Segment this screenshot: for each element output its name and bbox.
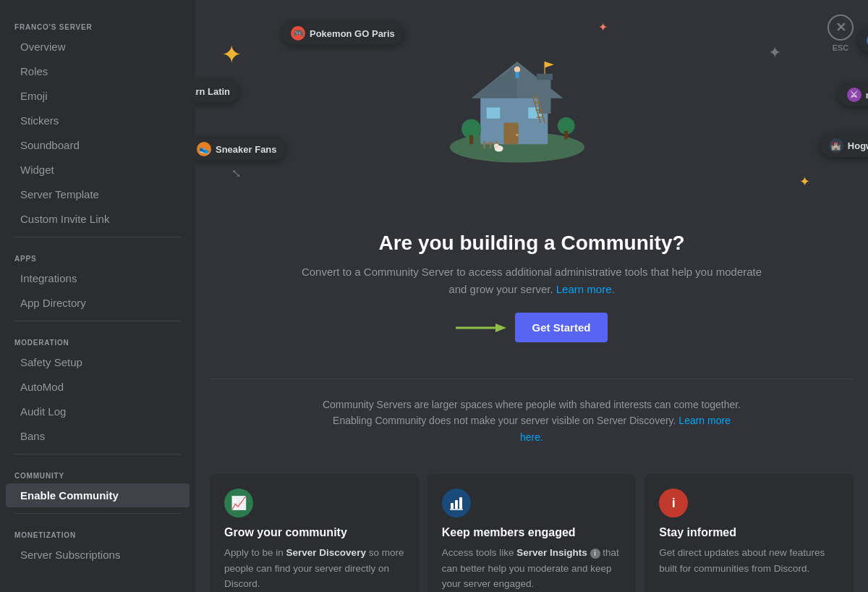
- sidebar-item-roles[interactable]: Roles: [6, 59, 190, 83]
- sidebar: FRANCO'S SERVER Overview Roles Emoji Sti…: [0, 0, 195, 592]
- section-monetization-label: MONETIZATION: [0, 520, 195, 542]
- content-section: Are you building a Community? Convert to…: [195, 217, 868, 379]
- svg-rect-32: [455, 500, 458, 509]
- svg-point-27: [514, 67, 520, 72]
- card-informed-icon: i: [659, 489, 688, 517]
- badge-sneaker-fans: 👟 Sneaker Fans: [195, 138, 286, 161]
- card-engage-icon: [442, 489, 471, 517]
- section-community-label: COMMUNITY: [0, 460, 195, 483]
- main-description: Convert to a Community Server to access …: [293, 263, 770, 298]
- badge-python: 🐍 Python: [858, 29, 868, 52]
- sidebar-item-integrations[interactable]: Integrations: [6, 266, 190, 290]
- sidebar-item-server-template[interactable]: Server Template: [6, 182, 190, 206]
- badge-hogwarts-icon: 🏰: [829, 138, 843, 153]
- section-apps-label: APPS: [0, 243, 195, 266]
- cards-section: 📈 Grow your community Apply to be in Ser…: [195, 462, 868, 592]
- sidebar-item-custom-invite-link[interactable]: Custom Invite Link: [6, 207, 190, 231]
- section-moderation-label: MODERATION: [0, 327, 195, 350]
- sidebar-item-server-subscriptions[interactable]: Server Subscriptions: [6, 543, 190, 567]
- server-name-label: FRANCO'S SERVER: [0, 12, 195, 34]
- badge-sneaker-icon: 👟: [197, 142, 211, 156]
- sidebar-item-soundboard[interactable]: Soundboard: [6, 133, 190, 157]
- star-yellow-icon: ✦: [221, 40, 242, 69]
- divider-community: [14, 454, 181, 454]
- esc-circle-icon: ✕: [827, 14, 854, 41]
- learn-more-link[interactable]: Learn more.: [556, 283, 615, 295]
- svg-rect-33: [459, 497, 462, 509]
- card-grow: 📈 Grow your community Apply to be in Ser…: [210, 474, 419, 592]
- server-insights-text: Server Insights: [516, 547, 587, 558]
- card-engage: Keep members engaged Access tools like S…: [427, 474, 637, 592]
- sidebar-item-overview[interactable]: Overview: [6, 35, 190, 59]
- svg-rect-4: [503, 123, 518, 145]
- svg-rect-18: [469, 135, 473, 145]
- sidebar-item-stickers[interactable]: Stickers: [6, 109, 190, 132]
- server-discovery-text: Server Discovery: [286, 547, 366, 558]
- svg-point-5: [516, 134, 518, 136]
- card-informed-desc: Get direct updates about new features bu…: [659, 545, 839, 576]
- info-text: Community Servers are larger spaces wher…: [322, 397, 741, 445]
- svg-marker-30: [495, 324, 506, 332]
- divider-monetization: [14, 513, 181, 514]
- sidebar-item-automod[interactable]: AutoMod: [6, 375, 190, 399]
- sidebar-item-emoji[interactable]: Emoji: [6, 84, 190, 108]
- main-title: Are you building a Community?: [239, 232, 825, 255]
- svg-rect-21: [483, 141, 485, 148]
- sidebar-item-audit-log[interactable]: Audit Log: [6, 399, 190, 423]
- card-engage-desc: Access tools like Server Insights i that…: [442, 545, 622, 592]
- esc-label: ESC: [833, 43, 849, 52]
- esc-button[interactable]: ✕ ESC: [827, 14, 854, 52]
- diamond-yellow-icon: ✦: [799, 174, 810, 190]
- get-started-button[interactable]: Get Started: [515, 313, 608, 342]
- svg-rect-22: [490, 141, 492, 148]
- divider-moderation: [14, 321, 181, 321]
- card-engage-title: Keep members engaged: [442, 526, 622, 539]
- info-badge-icon: i: [590, 549, 600, 559]
- badge-pokemon-icon: 🎮: [291, 26, 305, 41]
- badge-learn-latin: 🏛 Learn Latin: [195, 80, 239, 103]
- hero-section: ✦ ✦ ✦ ✦ ⤡ 🎮 Pokemon GO Paris 🏛 Learn Lat…: [195, 0, 868, 217]
- svg-rect-28: [515, 72, 519, 77]
- house-illustration: [438, 29, 626, 188]
- badge-pokemon-go: 🎮 Pokemon GO Paris: [282, 22, 404, 45]
- sidebar-item-widget[interactable]: Widget: [6, 158, 190, 182]
- svg-rect-9: [537, 74, 553, 80]
- badge-leagueoflegends: ⚔ r/leagueoflegends: [838, 83, 868, 106]
- card-informed: i Stay informed Get direct updates about…: [644, 474, 854, 592]
- sidebar-item-safety-setup[interactable]: Safety Setup: [6, 350, 190, 374]
- sidebar-item-enable-community[interactable]: Enable Community: [6, 483, 190, 507]
- info-section: Community Servers are larger spaces wher…: [195, 379, 868, 462]
- svg-rect-20: [564, 131, 568, 140]
- main-content: ✕ ESC ✦ ✦ ✦ ✦ ⤡ 🎮 Pokemon GO Paris 🏛 Lea…: [195, 0, 868, 592]
- sidebar-item-app-directory[interactable]: App Directory: [6, 291, 190, 315]
- card-informed-title: Stay informed: [659, 526, 839, 539]
- resize-icon: ⤡: [231, 166, 241, 180]
- svg-rect-31: [451, 503, 454, 509]
- card-grow-icon: 📈: [224, 489, 253, 517]
- divider-apps: [14, 237, 181, 237]
- badge-hogwarts-school: 🏰 Hogwarts School: [820, 134, 868, 157]
- card-grow-title: Grow your community: [224, 526, 404, 539]
- plus-sparkle-icon: ✦: [768, 43, 781, 62]
- badge-lol-icon: ⚔: [847, 88, 861, 102]
- arrow-container: [456, 319, 506, 337]
- sidebar-item-bans[interactable]: Bans: [6, 424, 190, 448]
- svg-point-26: [494, 143, 499, 148]
- card-grow-desc: Apply to be in Server Discovery so more …: [224, 545, 404, 592]
- svg-marker-11: [545, 62, 554, 67]
- svg-rect-6: [487, 107, 501, 118]
- get-started-container: Get Started: [239, 313, 825, 342]
- arrow-icon: [456, 319, 506, 337]
